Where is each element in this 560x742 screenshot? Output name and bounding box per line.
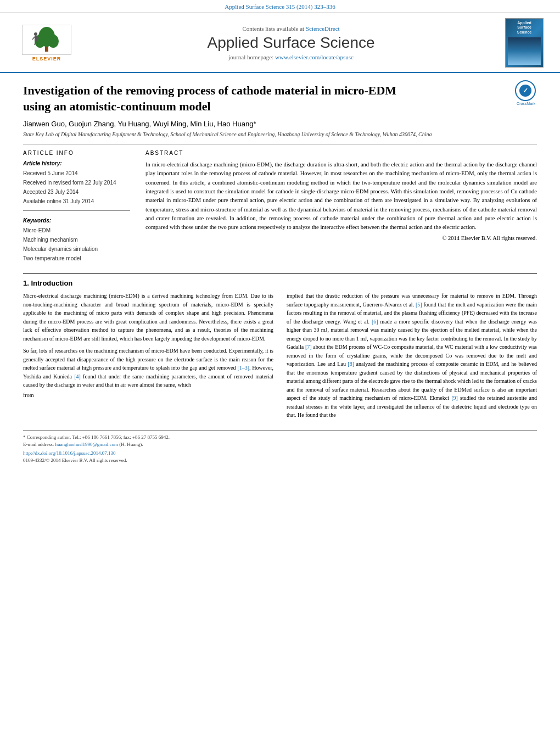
journal-homepage: journal homepage: www.elsevier.com/locat… xyxy=(77,54,505,60)
title-row: Investigation of the removing process of… xyxy=(23,83,537,120)
keywords-label: Keywords: xyxy=(23,217,130,224)
article-area: Investigation of the removing process of… xyxy=(0,73,560,476)
intro-col-right: implied that the drastic reduction of th… xyxy=(287,292,537,423)
intro-para-1: Micro-electrical discharge machining (mi… xyxy=(23,292,273,343)
intro-from-word: from xyxy=(23,391,273,400)
homepage-url[interactable]: www.elsevier.com/locate/apsusc xyxy=(275,54,354,60)
svg-rect-5 xyxy=(35,36,37,41)
abstract-heading: ABSTRACT xyxy=(145,150,537,156)
available-date: Available online 31 July 2014 xyxy=(23,197,130,206)
abstract-col: ABSTRACT In micro-electrical discharge m… xyxy=(145,150,537,263)
keyword-3: Molecular dynamics simulation xyxy=(23,244,130,254)
elsevier-tree-svg xyxy=(25,26,69,53)
keyword-2: Machining mechanism xyxy=(23,235,130,244)
article-title: Investigation of the removing process of… xyxy=(23,83,407,114)
footnote-email-line: E-mail address: huanghaohusl1990@gmail.c… xyxy=(23,441,537,449)
journal-reference-text: Applied Surface Science 315 (2014) 323–3… xyxy=(225,3,335,10)
keywords-section: Keywords: Micro-EDM Machining mechanism … xyxy=(23,217,130,263)
keyword-1: Micro-EDM xyxy=(23,226,130,235)
issn-line: 0169-4332/© 2014 Elsevier B.V. All right… xyxy=(23,457,537,465)
revised-date: Received in revised form 22 July 2014 xyxy=(23,178,130,187)
journal-title: Applied Surface Science xyxy=(77,34,505,52)
intro-col-left: Micro-electrical discharge machining (mi… xyxy=(23,292,273,423)
received-date: Received 5 June 2014 xyxy=(23,169,130,178)
copyright-text: © 2014 Elsevier B.V. All rights reserved… xyxy=(145,235,537,241)
cover-title-text: AppliedSurfaceScience xyxy=(517,21,531,35)
crossmark-circle: ✓ xyxy=(515,80,536,101)
footnote-email-who: (H. Huang). xyxy=(119,442,143,447)
journal-header: ELSEVIER Contents lists available at Sci… xyxy=(0,13,560,73)
elsevier-logo-box xyxy=(22,25,71,55)
keyword-4: Two-temperature model xyxy=(23,254,130,263)
footnote-corresponding: * Corresponding author. Tel.: +86 186 76… xyxy=(23,434,537,442)
sciencedirect-link[interactable]: ScienceDirect xyxy=(306,25,340,32)
affiliation-text: State Key Lab of Digital Manufacturing E… xyxy=(23,131,537,138)
ref-6: [6] xyxy=(372,319,378,325)
ref-4: [4] xyxy=(74,373,81,380)
article-history-label: Article history: xyxy=(23,160,130,166)
svg-line-6 xyxy=(32,37,35,40)
ref-5: [5] xyxy=(416,302,422,308)
doi-line: http://dx.doi.org/10.1016/j.apsusc.2014.… xyxy=(23,450,537,458)
authors-line: Jianwen Guo, Guojun Zhang, Yu Huang, Wuy… xyxy=(23,120,537,128)
divider-after-history xyxy=(23,210,130,211)
svg-point-3 xyxy=(48,35,59,48)
journal-cover-thumbnail: AppliedSurfaceScience xyxy=(505,18,544,68)
article-info-heading: ARTICLE INFO xyxy=(23,150,130,156)
article-info-abstract-cols: ARTICLE INFO Article history: Received 5… xyxy=(23,150,537,263)
svg-point-4 xyxy=(34,32,37,36)
intro-col2-para-1: implied that the drastic reduction of th… xyxy=(287,292,537,420)
article-info-col: ARTICLE INFO Article history: Received 5… xyxy=(23,150,130,263)
crossmark-inner: ✓ xyxy=(519,85,531,97)
ref-1-3: [1–3] xyxy=(237,365,249,371)
elsevier-brand-text: ELSEVIER xyxy=(32,56,61,62)
introduction-section: 1. Introduction Micro-electrical dischar… xyxy=(23,273,537,423)
cover-image xyxy=(508,37,541,65)
divider-after-affiliation xyxy=(23,144,537,144)
page: Applied Surface Science 315 (2014) 323–3… xyxy=(0,0,560,742)
ref-8: [8] xyxy=(348,361,354,367)
elsevier-logo: ELSEVIER xyxy=(16,25,77,62)
footnote-area: * Corresponding author. Tel.: +86 186 76… xyxy=(23,430,537,465)
intro-para-2: So far, lots of researches on the machin… xyxy=(23,347,273,389)
intro-title: 1. Introduction xyxy=(23,279,537,287)
ref-7: [7] xyxy=(305,344,312,350)
journal-reference-bar: Applied Surface Science 315 (2014) 323–3… xyxy=(0,0,560,13)
journal-center: Contents lists available at ScienceDirec… xyxy=(77,25,505,60)
accepted-date: Accepted 23 July 2014 xyxy=(23,187,130,197)
abstract-text: In micro-electrical discharge machining … xyxy=(145,160,537,232)
footnote-email: huanghaohusl1990@gmail.com xyxy=(55,442,118,447)
ref-9: [9] xyxy=(451,395,458,401)
intro-body-cols: Micro-electrical discharge machining (mi… xyxy=(23,292,537,423)
contents-label: Contents lists available at ScienceDirec… xyxy=(77,25,505,32)
crossmark-badge: ✓ CrossMark xyxy=(515,80,537,102)
crossmark-label: CrossMark xyxy=(515,102,537,105)
